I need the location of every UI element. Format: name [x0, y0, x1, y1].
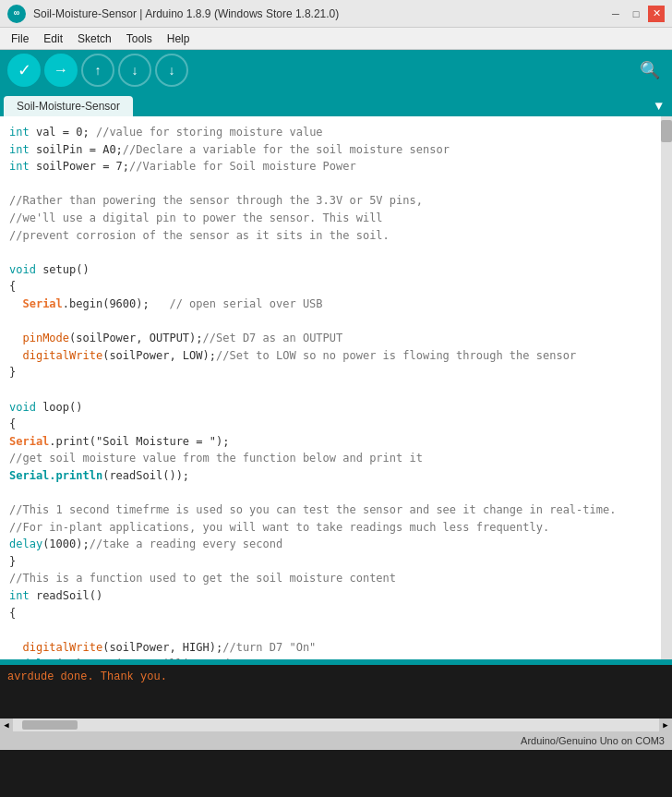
scroll-left-button[interactable]: ◀ [0, 719, 13, 731]
open-button[interactable]: ↓ [118, 54, 151, 87]
menu-sketch[interactable]: Sketch [70, 30, 119, 47]
toolbar-left: ✓ → ↑ ↓ ↓ [7, 54, 188, 87]
horizontal-scrollbar[interactable]: ◀ ▶ [0, 719, 672, 731]
code-editor: int val = 0; //value for storing moistur… [0, 116, 672, 659]
upload-button[interactable]: → [44, 54, 78, 87]
tab-label: Soil-Moisture-Sensor [17, 100, 120, 113]
window-title: Soil-Moisture-Sensor | Arduino 1.8.9 (Wi… [33, 7, 339, 20]
window-controls: ─ □ ✕ [607, 6, 665, 22]
verify-button[interactable]: ✓ [7, 54, 41, 87]
scrollbar-thumb[interactable] [661, 120, 672, 142]
save-button[interactable]: ↓ [155, 54, 188, 87]
code-text: int val = 0; //value for storing moistur… [9, 124, 654, 659]
new-button[interactable]: ↑ [81, 54, 114, 87]
toolbar: ✓ → ↑ ↓ ↓ 🔍 [0, 50, 672, 91]
minimize-button[interactable]: ─ [607, 6, 624, 22]
console-output: avrdude done. Thank you. [7, 670, 167, 683]
console-area: avrdude done. Thank you. [0, 663, 672, 719]
title-bar: ∞ Soil-Moisture-Sensor | Arduino 1.8.9 (… [0, 0, 672, 28]
arduino-logo: ∞ [7, 5, 26, 23]
search-button[interactable]: 🔍 [635, 55, 665, 85]
code-content[interactable]: int val = 0; //value for storing moistur… [0, 116, 661, 659]
tab-dropdown-button[interactable]: ▼ [650, 96, 668, 116]
title-bar-left: ∞ Soil-Moisture-Sensor | Arduino 1.8.9 (… [7, 5, 339, 23]
editor-tab[interactable]: Soil-Moisture-Sensor [4, 96, 133, 116]
menu-bar: File Edit Sketch Tools Help [0, 28, 672, 50]
menu-file[interactable]: File [4, 30, 36, 47]
menu-tools[interactable]: Tools [119, 30, 160, 47]
tab-bar: Soil-Moisture-Sensor ▼ [0, 91, 672, 116]
close-button[interactable]: ✕ [648, 6, 665, 22]
vertical-scrollbar[interactable] [661, 116, 672, 659]
h-scrollbar-thumb[interactable] [22, 720, 78, 730]
menu-edit[interactable]: Edit [36, 30, 70, 47]
maximize-button[interactable]: □ [628, 6, 644, 22]
menu-help[interactable]: Help [160, 30, 198, 47]
status-text: Arduino/Genuino Uno on COM3 [521, 735, 665, 746]
scroll-right-button[interactable]: ▶ [659, 719, 672, 731]
status-bar: Arduino/Genuino Uno on COM3 [0, 731, 672, 750]
